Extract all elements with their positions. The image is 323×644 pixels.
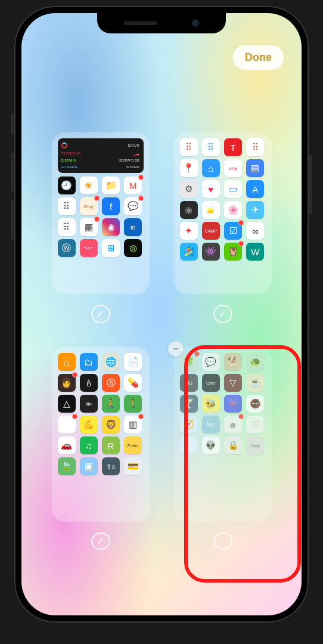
app-photos[interactable]: ❀ xyxy=(80,177,98,194)
app-barcode[interactable]: ▥ xyxy=(124,416,142,434)
app-furbo[interactable]: Furbo xyxy=(124,436,142,454)
page-2-visibility-toggle[interactable]: ✓ xyxy=(213,305,232,323)
app-folder-2[interactable]: ⠿ xyxy=(202,138,220,156)
app-coffee[interactable]: ☕ xyxy=(246,374,264,392)
app-microsoft[interactable]: ⊞ xyxy=(102,239,120,257)
app-leaf[interactable]: 🍃 xyxy=(58,457,76,475)
app-files[interactable]: 📁 xyxy=(102,177,120,194)
app-walk-1[interactable]: 🚶 xyxy=(102,395,120,413)
app-folder-1[interactable]: ⠿ xyxy=(180,138,198,156)
app-walk-2[interactable]: 🚶 xyxy=(124,395,142,413)
page-thumb-4[interactable]: − 🍀💬🐕🐢SiSUber▽☕🍸🐝👾🚭🧭ME☻♡🖼👽🔒linq xyxy=(174,347,272,522)
app-dots-2[interactable]: ⠿ xyxy=(58,218,76,236)
app-pills[interactable]: 💊 xyxy=(124,374,142,392)
app-discord[interactable]: 👾 xyxy=(224,395,242,413)
page-thumb-3[interactable]: ⌂🗂🌐📄👩🕯Ⓢ💊△tile🚶🚶🗂💪🦁▥🚗♫RFurbo🍃▣⇧⌂💳 xyxy=(52,347,150,522)
page-1-visibility-toggle[interactable]: ✓ xyxy=(91,305,110,323)
app-health[interactable]: ♥ xyxy=(202,180,220,198)
app-circle-s[interactable]: Ⓢ xyxy=(102,374,120,392)
app-files-2[interactable]: 🗂 xyxy=(80,353,98,371)
app-portrait[interactable]: 👩 xyxy=(58,374,76,392)
app-google-maps[interactable]: 📍 xyxy=(180,159,198,177)
app-triangle[interactable]: △ xyxy=(58,395,76,413)
app-rings[interactable]: ∞ xyxy=(246,222,264,240)
app-bubble[interactable]: 💬 xyxy=(202,353,220,371)
app-surfer[interactable]: 🏄 xyxy=(180,243,198,261)
screen: Done MOVE 72/500CAL▁▃ 0/30MINEXERCISE 1/… xyxy=(21,13,302,615)
app-folder-a[interactable]: 🗂 xyxy=(58,416,76,434)
app-dog[interactable]: 🐕 xyxy=(224,353,242,371)
app-clock[interactable]: 🕘 xyxy=(58,177,76,194)
app-home[interactable]: ⌂ xyxy=(202,159,220,177)
app-compass[interactable]: 🧭 xyxy=(180,416,198,434)
page-3-visibility-toggle[interactable]: ✓ xyxy=(91,532,110,550)
app-flex[interactable]: 💪 xyxy=(80,416,98,434)
app-linkedin[interactable]: in xyxy=(124,218,142,236)
app-camera[interactable]: ◉ xyxy=(180,201,198,219)
app-sky[interactable]: ✈ xyxy=(246,201,264,219)
page-2-apps: ⠿⠿T⠿📍⌂one▤⚙︎♥▭A◉≣🌸✈✦CAMP☑∞🏄👾🦉W xyxy=(180,138,266,261)
notch xyxy=(97,13,226,33)
app-camp[interactable]: CAMP xyxy=(202,222,220,240)
app-home-orange[interactable]: ⌂ xyxy=(58,353,76,371)
app-gmail[interactable]: M xyxy=(124,177,142,194)
app-docs[interactable]: ▤ xyxy=(246,159,264,177)
remove-page-button[interactable]: − xyxy=(168,341,184,357)
page-thumb-2[interactable]: ⠿⠿T⠿📍⌂one▤⚙︎♥▭A◉≣🌸✈✦CAMP☑∞🏄👾🦉W xyxy=(174,132,272,294)
app-cocktail[interactable]: 🍸 xyxy=(180,395,198,413)
app-candle[interactable]: 🕯 xyxy=(80,374,98,392)
app-flower[interactable]: 🌸 xyxy=(224,201,242,219)
app-tile[interactable]: tile xyxy=(80,395,98,413)
app-lock[interactable]: 🔒 xyxy=(224,436,242,454)
app-r-app[interactable]: R xyxy=(102,436,120,454)
app-calendar[interactable]: ▭ xyxy=(224,180,242,198)
app-appstore[interactable]: A xyxy=(246,180,264,198)
app-tesla[interactable]: T xyxy=(224,138,242,156)
app-wordpress[interactable]: ⓦ xyxy=(58,239,76,257)
app-shorts[interactable]: ▽ xyxy=(224,374,242,392)
app-uber-eats[interactable]: Uber xyxy=(202,374,220,392)
app-clover[interactable]: 🍀 xyxy=(180,353,198,371)
app-me[interactable]: ME xyxy=(202,416,220,434)
app-card[interactable]: 💳 xyxy=(124,457,142,475)
app-settings[interactable]: ⚙︎ xyxy=(180,180,198,198)
app-hearts[interactable]: ♡ xyxy=(246,416,264,434)
app-duo[interactable]: 🦉 xyxy=(224,243,242,261)
app-trend[interactable]: 〰 xyxy=(80,239,98,257)
app-google-photos[interactable]: ✦ xyxy=(180,222,198,240)
page-4-visibility-toggle[interactable] xyxy=(213,532,232,550)
page-editor-grid: MOVE 72/500CAL▁▃ 0/30MINEXERCISE 1/12HRS… xyxy=(21,132,302,574)
app-messenger[interactable]: 💬 xyxy=(124,197,142,215)
app-globe[interactable]: 🌐 xyxy=(102,353,120,371)
app-turtle[interactable]: 🐢 xyxy=(246,353,264,371)
app-layers[interactable]: ▣ xyxy=(80,457,98,475)
app-bee[interactable]: 🐝 xyxy=(202,395,220,413)
app-pixel[interactable]: 👾 xyxy=(202,243,220,261)
app-notes[interactable]: ≣ xyxy=(202,201,220,219)
page-thumb-1[interactable]: MOVE 72/500CAL▁▃ 0/30MINEXERCISE 1/12HRS… xyxy=(52,132,150,294)
app-etsy[interactable]: Etsy xyxy=(80,197,98,215)
app-folder-3[interactable]: ⠿ xyxy=(246,138,264,156)
app-alien[interactable]: 👽 xyxy=(202,436,220,454)
page-4-apps: 🍀💬🐕🐢SiSUber▽☕🍸🐝👾🚭🧭ME☻♡🖼👽🔒linq xyxy=(180,353,266,454)
app-squares[interactable]: ▦ xyxy=(80,218,98,236)
done-button[interactable]: Done xyxy=(233,45,284,70)
app-instagram[interactable]: ◉ xyxy=(102,218,120,236)
app-house-up[interactable]: ⇧⌂ xyxy=(102,457,120,475)
app-wgame[interactable]: W xyxy=(246,243,264,261)
app-one[interactable]: one xyxy=(224,159,242,177)
app-car[interactable]: 🚗 xyxy=(58,436,76,454)
app-sis[interactable]: SiS xyxy=(180,374,198,392)
app-linq[interactable]: linq xyxy=(246,436,264,454)
app-lion[interactable]: 🦁 xyxy=(102,416,120,434)
app-photo[interactable]: 🖼 xyxy=(180,436,198,454)
app-spotify[interactable]: ♫ xyxy=(80,436,98,454)
app-nosmoking[interactable]: 🚭 xyxy=(246,395,264,413)
app-note[interactable]: 📄 xyxy=(124,353,142,371)
app-face[interactable]: ☻ xyxy=(224,416,242,434)
app-todo[interactable]: ☑ xyxy=(224,222,242,240)
app-activity[interactable]: ◎ xyxy=(124,239,142,257)
app-dots-1[interactable]: ⠿ xyxy=(58,197,76,215)
app-facebook[interactable]: f xyxy=(102,197,120,215)
speaker-grille xyxy=(124,21,157,25)
